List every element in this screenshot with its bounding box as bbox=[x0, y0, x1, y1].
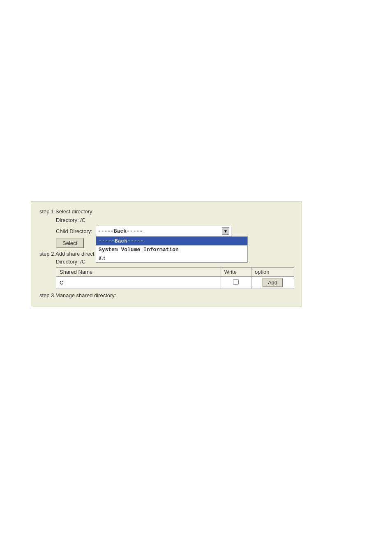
add-button[interactable]: Add bbox=[262, 278, 283, 287]
directory-label: Directory: bbox=[56, 217, 79, 223]
write-cell bbox=[221, 277, 251, 289]
option-cell: Add bbox=[251, 277, 294, 289]
step2-directory-label: Directory: bbox=[56, 259, 79, 265]
step2-directory-value: /C bbox=[80, 259, 85, 265]
dropdown-menu: -----Back----- System Volume Information… bbox=[96, 236, 248, 263]
shared-name-cell[interactable] bbox=[56, 277, 221, 289]
child-directory-dropdown[interactable]: -----Back----- ▼ bbox=[96, 226, 231, 236]
dropdown-option-system-volume[interactable]: System Volume Information bbox=[96, 245, 247, 254]
share-table: Shared Name Write option Add bbox=[56, 267, 294, 289]
table-header-name: Shared Name bbox=[56, 268, 221, 277]
dropdown-option-back-selected[interactable]: -----Back----- bbox=[96, 237, 247, 245]
child-directory-label: Child Directory: bbox=[56, 228, 92, 234]
select-button[interactable]: Select bbox=[56, 238, 84, 248]
table-row: Add bbox=[56, 277, 294, 289]
table-header-write: Write bbox=[221, 268, 251, 277]
child-directory-row: Child Directory: -----Back----- ▼ -----B… bbox=[56, 226, 293, 236]
table-header-option: option bbox=[251, 268, 294, 277]
write-checkbox[interactable] bbox=[233, 279, 239, 285]
directory-value: /C bbox=[80, 217, 85, 223]
dropdown-arrow-icon[interactable]: ▼ bbox=[222, 227, 229, 235]
shared-name-input[interactable] bbox=[60, 280, 217, 286]
step1-directory-line: Directory: /C bbox=[56, 217, 293, 223]
dropdown-selected-value: -----Back----- bbox=[98, 228, 222, 234]
step3-label: step 3.Manage shared directory: bbox=[39, 292, 293, 298]
dropdown-option-misc[interactable]: ä½ bbox=[96, 254, 247, 262]
step1-label: step 1.Select directory: bbox=[39, 208, 293, 215]
main-panel: step 1.Select directory: Directory: /C C… bbox=[31, 201, 302, 307]
